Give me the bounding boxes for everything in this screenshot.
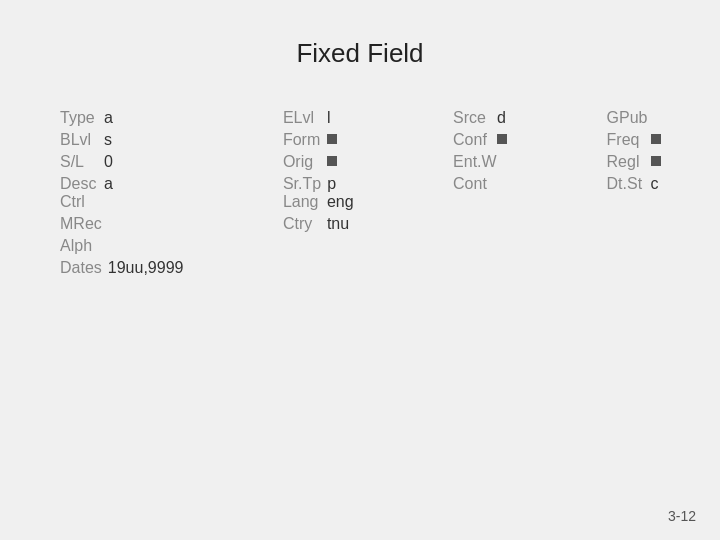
label-freq: Freq: [607, 131, 645, 149]
label-gpub: GPub: [607, 109, 648, 127]
row-blvl: BLvl s: [60, 131, 243, 149]
row-desc: Desc a: [60, 175, 243, 193]
row-ctry: Ctry tnu: [283, 215, 413, 233]
label-cont: Cont: [453, 175, 491, 193]
row-mrec: MRec: [60, 215, 243, 233]
row-elvl: ELvl l: [283, 109, 413, 127]
value-sl: 0: [104, 153, 113, 171]
label-mrec: MRec: [60, 215, 102, 233]
row-type: Type a: [60, 109, 243, 127]
field-grid: Type a BLvl s S/L 0 Desc a ELvl l Form O…: [0, 99, 720, 277]
column-5: Ctrl MRec Alph Dates 19uu,9999: [60, 193, 243, 277]
value-dates: 19uu,9999: [108, 259, 184, 277]
label-form: Form: [283, 131, 321, 149]
column-2: ELvl l Form Orig Sr.Tp p: [283, 109, 413, 193]
value-srtp: p: [327, 175, 336, 193]
row-alph: Alph: [60, 237, 243, 255]
column-4: GPub Freq Regl Dt.St c: [607, 109, 720, 193]
row-lang: Lang eng: [283, 193, 413, 211]
value-type: a: [104, 109, 113, 127]
row-srtp: Sr.Tp p: [283, 175, 413, 193]
value-regl: [651, 156, 661, 166]
label-type: Type: [60, 109, 98, 127]
row-form: Form: [283, 131, 413, 149]
column-6: Lang eng Ctry tnu: [283, 193, 413, 277]
value-desc: a: [104, 175, 113, 193]
value-form: [327, 134, 337, 144]
value-dtst: c: [651, 175, 659, 193]
page-number: 3-12: [668, 508, 696, 524]
label-srce: Srce: [453, 109, 491, 127]
row-orig: Orig: [283, 153, 413, 171]
row-entw: Ent.W: [453, 153, 566, 171]
label-orig: Orig: [283, 153, 321, 171]
label-srtp: Sr.Tp: [283, 175, 321, 193]
column-3: Srce d Conf Ent.W Cont: [453, 109, 566, 193]
row-regl: Regl: [607, 153, 720, 171]
label-dtst: Dt.St: [607, 175, 645, 193]
label-entw: Ent.W: [453, 153, 497, 171]
label-conf: Conf: [453, 131, 491, 149]
label-alph: Alph: [60, 237, 98, 255]
value-ctry: tnu: [327, 215, 349, 233]
row-dates: Dates 19uu,9999: [60, 259, 243, 277]
label-elvl: ELvl: [283, 109, 321, 127]
row-freq: Freq: [607, 131, 720, 149]
row-dtst: Dt.St c: [607, 175, 720, 193]
label-ctry: Ctry: [283, 215, 321, 233]
column-1: Type a BLvl s S/L 0 Desc a: [60, 109, 243, 193]
row-sl: S/L 0: [60, 153, 243, 171]
value-blvl: s: [104, 131, 112, 149]
row-srce: Srce d: [453, 109, 566, 127]
label-regl: Regl: [607, 153, 645, 171]
label-ctrl: Ctrl: [60, 193, 98, 211]
label-sl: S/L: [60, 153, 98, 171]
value-orig: [327, 156, 337, 166]
label-desc: Desc: [60, 175, 98, 193]
value-conf: [497, 134, 507, 144]
row-conf: Conf: [453, 131, 566, 149]
label-lang: Lang: [283, 193, 321, 211]
value-freq: [651, 134, 661, 144]
row-gpub: GPub: [607, 109, 720, 127]
label-blvl: BLvl: [60, 131, 98, 149]
value-srce: d: [497, 109, 506, 127]
value-elvl: l: [327, 109, 331, 127]
page-title: Fixed Field: [0, 0, 720, 99]
label-dates: Dates: [60, 259, 102, 277]
row-ctrl: Ctrl: [60, 193, 243, 211]
row-cont: Cont: [453, 175, 566, 193]
value-lang: eng: [327, 193, 354, 211]
